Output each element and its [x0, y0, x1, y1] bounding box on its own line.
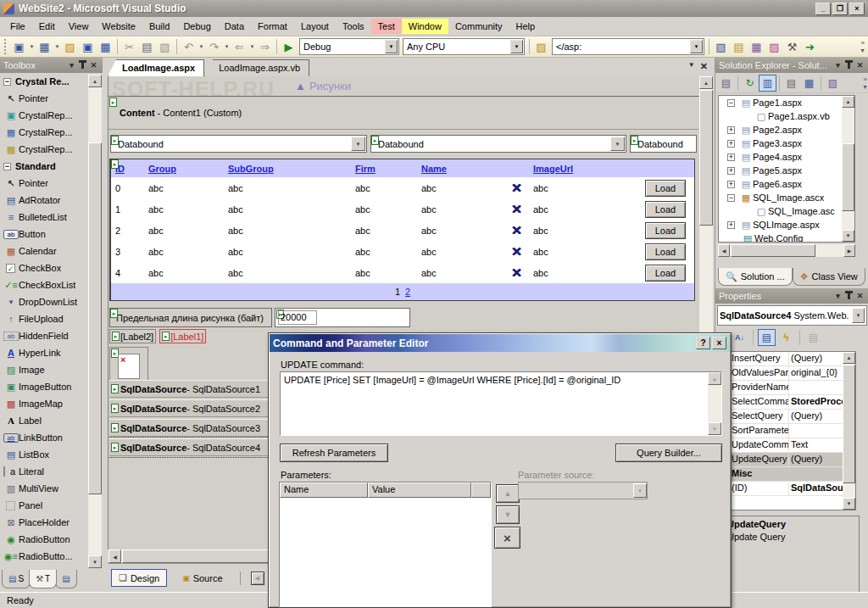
- scroll-up-icon[interactable]: ▲: [699, 76, 713, 89]
- toolbox-item-checkboxlist[interactable]: ✓≡CheckBoxList: [0, 276, 103, 293]
- toolbox-menu-icon[interactable]: ▾: [66, 61, 77, 70]
- events-icon[interactable]: ϟ: [777, 329, 795, 346]
- databound-dropdown-3[interactable]: ▸ Databound: [630, 135, 697, 153]
- document-close-icon[interactable]: ✕: [700, 61, 708, 72]
- scroll-left-icon[interactable]: ◀: [108, 549, 121, 563]
- load-button[interactable]: Load: [645, 180, 686, 197]
- scroll-down-icon[interactable]: ▼: [88, 555, 102, 568]
- debug-config-combobox[interactable]: Debug▼: [299, 38, 399, 55]
- smart-glyph-icon[interactable]: ▸: [371, 136, 379, 145]
- undo-icon[interactable]: ↶: [180, 38, 198, 56]
- properties-view-icon[interactable]: ▤: [758, 329, 776, 346]
- param-column-name[interactable]: Name: [280, 482, 368, 498]
- tree-horizontal-scrollbar[interactable]: ◀ ▶: [718, 244, 855, 257]
- open-file-icon[interactable]: ▨: [61, 38, 79, 56]
- tab-loadimage-aspx[interactable]: LoadImage.aspx: [108, 59, 204, 76]
- toolbar-overflow-icon[interactable]: »▾: [861, 39, 865, 54]
- add-item-icon[interactable]: ▦: [36, 38, 53, 56]
- move-up-button[interactable]: ▲: [496, 484, 520, 503]
- refresh-parameters-button[interactable]: Refresh Parameters: [280, 443, 388, 462]
- expand-icon[interactable]: +: [727, 126, 735, 134]
- menu-community[interactable]: Community: [448, 19, 509, 34]
- scroll-thumb[interactable]: [88, 142, 102, 494]
- pager-page-2[interactable]: 2: [405, 287, 410, 297]
- toolbox-item-bulletedlist[interactable]: ≡BulletedList: [0, 209, 103, 226]
- redo-icon[interactable]: ↷: [205, 38, 223, 56]
- properties-pin-icon[interactable]: [848, 293, 850, 299]
- menu-edit[interactable]: Edit: [32, 19, 62, 34]
- object-browser-icon[interactable]: ▦: [748, 38, 765, 56]
- restore-button[interactable]: ❐: [832, 3, 848, 15]
- toolbox-item-button[interactable]: abButton: [0, 226, 103, 243]
- param-column-value[interactable]: Value: [368, 482, 471, 498]
- tree-item-web-config[interactable]: ▤Web.Config: [719, 231, 854, 243]
- tree-item-sql-image-ascx-vb[interactable]: ▢SQL_Image.asc: [719, 204, 854, 218]
- toolbox-item-crystalreport[interactable]: ▦CrystalRep...: [0, 124, 103, 141]
- combo-arrow-icon[interactable]: ▼: [351, 137, 365, 151]
- new-project-dropdown-icon[interactable]: ▼: [28, 44, 36, 49]
- toolbox-item-placeholder[interactable]: ⊠PlaceHolder: [0, 514, 103, 531]
- toolbox-item-checkbox[interactable]: ✓CheckBox: [0, 259, 103, 276]
- menu-layout[interactable]: Layout: [294, 19, 336, 34]
- tab-source-view[interactable]: ▣ Source: [175, 569, 229, 587]
- cut-icon[interactable]: ✂: [120, 38, 138, 56]
- toolbox-item-hyperlink[interactable]: AHyperLink: [0, 344, 103, 361]
- toolbox-item-adrotator[interactable]: ▤AdRotator: [0, 192, 103, 209]
- toolbox-item-radiobuttonlist[interactable]: ◉≡RadioButto...: [0, 548, 103, 565]
- toolbox-item-pointer[interactable]: ↖Pointer: [0, 90, 103, 107]
- toolbox-item-imagemap[interactable]: ▩ImageMap: [0, 395, 103, 412]
- tab-properties-bottom[interactable]: ▤: [55, 570, 76, 588]
- smart-glyph-icon[interactable]: ▸: [631, 136, 638, 145]
- scroll-thumb[interactable]: [699, 90, 713, 226]
- smart-glyph-icon[interactable]: ▸: [111, 136, 119, 145]
- dialog-close-button[interactable]: ×: [712, 337, 726, 349]
- add-item-dropdown-icon[interactable]: ▼: [53, 44, 61, 49]
- scroll-down-icon[interactable]: ▼: [843, 498, 855, 510]
- property-row[interactable]: (ID)SqlDataSourc: [730, 482, 855, 496]
- parameters-list[interactable]: Name Value: [279, 482, 492, 607]
- combo-arrow-icon[interactable]: ▼: [510, 40, 523, 53]
- smart-glyph-icon[interactable]: ▸: [162, 332, 170, 341]
- tab-loadimage-aspx-vb[interactable]: LoadImage.aspx.vb: [204, 59, 309, 76]
- combo-arrow-icon[interactable]: ▼: [610, 137, 625, 151]
- toolbox-close-icon[interactable]: ✕: [88, 61, 99, 70]
- smart-glyph-icon[interactable]: ▸: [111, 404, 119, 413]
- smart-glyph-icon[interactable]: ▸: [111, 443, 119, 452]
- solution-explorer-pin-icon[interactable]: [848, 62, 850, 69]
- tree-item-page6[interactable]: +▤Page6.aspx: [719, 177, 854, 191]
- toolbox-item-listbox[interactable]: ▤ListBox: [0, 446, 103, 463]
- menu-view[interactable]: View: [62, 19, 96, 34]
- tree-item-page2[interactable]: +▤Page2.aspx: [719, 123, 854, 137]
- scroll-up-icon[interactable]: ▲: [842, 96, 854, 108]
- smart-glyph-icon[interactable]: ▸: [110, 309, 118, 318]
- content-control[interactable]: ▸ Content - Content1 (Custom): [108, 96, 699, 130]
- tree-item-page1-vb[interactable]: ▢Page1.aspx.vb: [719, 109, 854, 123]
- tab-design-view[interactable]: ❏ Design: [111, 569, 167, 587]
- toolbox-pin-icon[interactable]: [81, 62, 84, 69]
- label1-control[interactable]: ▸[Label1]: [159, 329, 206, 343]
- save-all-icon[interactable]: ▦: [97, 38, 114, 56]
- toolbox-item-dropdownlist[interactable]: ▼DropDownList: [0, 293, 103, 310]
- property-row[interactable]: SortParameter: [730, 424, 855, 438]
- menu-file[interactable]: File: [3, 19, 32, 34]
- query-builder-button[interactable]: Query Builder...: [615, 443, 722, 462]
- collapse-icon[interactable]: −: [727, 99, 735, 107]
- move-down-button[interactable]: ▼: [496, 505, 520, 524]
- collapse-icon[interactable]: −: [3, 163, 11, 170]
- dialog-help-button[interactable]: ?: [696, 337, 710, 349]
- grid-header-subgroup[interactable]: SubGroup: [228, 164, 274, 174]
- dialog-title-bar[interactable]: Command and Parameter Editor ? ×: [270, 334, 730, 352]
- load-button[interactable]: Load: [645, 265, 686, 282]
- minimize-button[interactable]: _: [815, 3, 831, 15]
- solution-explorer-toolbar-icon[interactable]: ▧: [712, 38, 730, 56]
- toolbox-item-hiddenfield[interactable]: abHiddenField: [0, 327, 103, 344]
- property-row[interactable]: ProviderName: [730, 381, 855, 395]
- property-row[interactable]: OldValuesParaoriginal_{0}: [730, 366, 855, 381]
- property-row[interactable]: UpdateCommaText: [730, 438, 855, 453]
- navigate-forward-icon[interactable]: ⇒: [256, 38, 274, 56]
- scroll-thumb[interactable]: [842, 143, 854, 211]
- property-row[interactable]: SelectQuery(Query): [730, 410, 855, 424]
- paste-icon[interactable]: ▧: [156, 38, 174, 56]
- label2-control[interactable]: ▸[Label2]: [109, 329, 156, 343]
- delete-parameter-button[interactable]: ×: [494, 527, 520, 549]
